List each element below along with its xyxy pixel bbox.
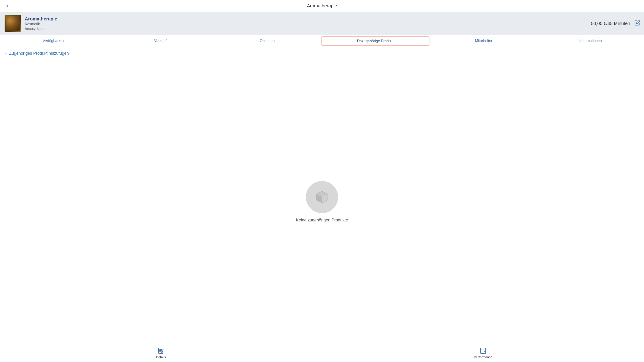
service-name: Aromatherapie — [25, 16, 640, 22]
add-product-label: Zugehöriges Produkt hinzufügen — [9, 51, 69, 56]
add-product-button[interactable]: + Zugehöriges Produkt hinzufügen — [4, 51, 69, 56]
tab-mitarbeiter[interactable]: Mitarbeiter — [430, 35, 537, 47]
thumbnail-image — [4, 15, 21, 32]
tabs-bar: Verfügbarkeit Verkauf Optionen Dazugehör… — [0, 35, 644, 47]
service-category: Kosmetik — [25, 22, 640, 26]
service-location: Beauty Salon — [25, 27, 640, 31]
bottom-nav: Details Performance — [0, 344, 644, 362]
empty-state: Keine zugehörigen Produkte — [296, 181, 348, 223]
empty-state-text: Keine zugehörigen Produkte — [296, 218, 348, 223]
service-price: 50,00 €/45 Minuten — [591, 21, 630, 26]
service-info: Aromatherapie Kosmetik Beauty Salon — [25, 16, 640, 31]
tab-verkauf[interactable]: Verkauf — [107, 35, 214, 47]
add-product-row: + Zugehöriges Produkt hinzufügen — [0, 47, 644, 60]
plus-icon: + — [4, 51, 7, 56]
bottom-nav-performance-label: Performance — [474, 355, 492, 359]
bottom-nav-details-label: Details — [156, 355, 166, 359]
details-icon — [157, 347, 164, 354]
tab-optionen[interactable]: Optionen — [214, 35, 320, 47]
back-button[interactable] — [4, 3, 10, 9]
edit-button[interactable] — [634, 20, 640, 27]
tab-informationen[interactable]: Informationen — [537, 35, 644, 47]
content-area: Keine zugehörigen Produkte — [0, 60, 644, 344]
performance-icon — [480, 347, 487, 354]
bottom-nav-performance[interactable]: Performance — [322, 344, 644, 362]
empty-icon-circle — [306, 181, 338, 213]
bottom-nav-details[interactable]: Details — [0, 344, 322, 362]
tab-verfugbarkeit[interactable]: Verfügbarkeit — [0, 35, 107, 47]
service-thumbnail — [4, 15, 21, 32]
service-header: Aromatherapie Kosmetik Beauty Salon 50,0… — [0, 12, 644, 35]
page-title: Aromatherapie — [307, 3, 337, 9]
top-bar: Aromatherapie — [0, 0, 644, 12]
box-icon — [314, 189, 330, 205]
tab-dazugehorige[interactable]: Dazugehörige Produ... — [322, 37, 430, 46]
